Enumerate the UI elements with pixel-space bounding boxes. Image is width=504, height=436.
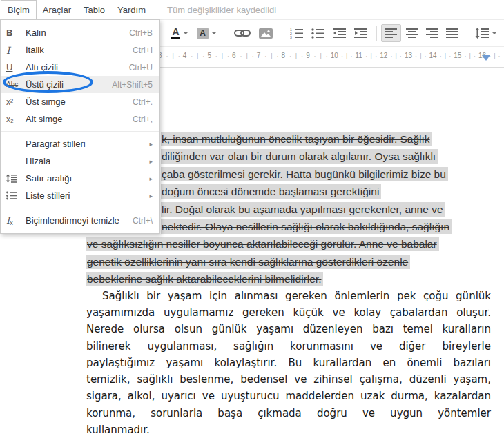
- selected-strikethrough-line[interactable]: nektedir. Olaya nesillerin sağlığı olara…: [161, 219, 452, 234]
- menu-separator: [1, 131, 159, 132]
- increase-indent-button[interactable]: [351, 24, 371, 42]
- toolbar-separator: [226, 26, 226, 41]
- menu-item-alt-simge[interactable]: x₂ Alt simge Ctrl+,: [1, 110, 159, 128]
- selected-strikethrough-line[interactable]: bebeklerine sağlık aktarabileceklerini b…: [86, 272, 323, 286]
- ruler-cell: 13·|·: [403, 52, 428, 59]
- strikethrough-icon: Abc: [6, 81, 26, 88]
- menu-item-bicimlendirmeyi-temizle[interactable]: Ix Biçimlendirmeyi temizle Ctrl+\: [1, 212, 159, 229]
- ruler-tick: ·: [264, 52, 266, 59]
- paragraph-line[interactable]: temizlik, sağlıklı beslenme, bedensel ve…: [86, 371, 491, 388]
- ruler-tick: |: [320, 52, 322, 59]
- paragraph-line[interactable]: yaşamımızda uygulamamız gereken küçük ve…: [86, 304, 491, 321]
- ruler-tick: ·: [449, 52, 451, 59]
- ruler-cell: 4·|·: [182, 52, 206, 59]
- insert-link-button[interactable]: [231, 24, 254, 42]
- ruler-number: 10: [331, 52, 338, 59]
- ruler-tick: ·: [240, 52, 242, 59]
- ruler-cell: 15·|·: [452, 52, 477, 59]
- selected-strikethrough-line[interactable]: diliğinden var olan bir durum olarak alg…: [161, 149, 438, 164]
- ruler-tick: |: [420, 52, 421, 59]
- ruler-tick: ·: [425, 52, 427, 59]
- ruler-tick: ·: [202, 52, 204, 59]
- text-color-icon: A: [171, 28, 180, 39]
- submenu-arrow-icon: ▸: [149, 141, 153, 148]
- numbered-list-icon: 1 2 3: [290, 28, 303, 39]
- decrease-indent-button[interactable]: [329, 24, 349, 42]
- underline-icon: U: [6, 62, 26, 72]
- ruler-tick: |: [172, 52, 173, 59]
- paragraph-line[interactable]: bilinerek uygulanması, sağlığın korunmas…: [86, 338, 491, 355]
- ruler-tick: ·: [415, 52, 417, 59]
- menu-araclar[interactable]: Araçlar: [37, 0, 77, 19]
- chevron-down-icon: [211, 32, 217, 34]
- selected-strikethrough-line[interactable]: çaba gösterilmesi gerekir. Hatta bugünkü…: [161, 167, 448, 181]
- ruler-cell: 8·|·: [280, 52, 304, 59]
- align-center-button[interactable]: [403, 24, 421, 42]
- menu-bicim[interactable]: Biçim: [1, 0, 37, 19]
- menu-item-paragraf-stilleri[interactable]: Paragraf stilleri ▸: [1, 135, 159, 152]
- ruler-tick: ·: [289, 52, 291, 59]
- paragraph-line[interactable]: korunma, sorunlarla başa çıkmada doğru v…: [86, 405, 491, 422]
- chevron-down-icon: [183, 32, 188, 34]
- indent-icon: [354, 28, 367, 39]
- selected-strikethrough-line[interactable]: genetik özelliklerinin yanı sıra kendi s…: [86, 255, 410, 269]
- ruler-number: 5: [207, 52, 211, 59]
- ruler-tick: |: [445, 52, 446, 59]
- indent-marker[interactable]: [482, 55, 490, 61]
- align-left-button[interactable]: [381, 24, 401, 42]
- paragraph-line[interactable]: Sağlıklı bir yaşam için alınması gereken…: [86, 288, 491, 304]
- menu-item-ust-simge[interactable]: x² Üst simge Ctrl+.: [1, 93, 159, 110]
- ruler-number: 7: [257, 52, 261, 59]
- numbered-list-button[interactable]: 1 2 3: [287, 24, 307, 42]
- ruler-tick: ·: [276, 52, 278, 59]
- ruler-tick: |: [295, 52, 297, 59]
- menu-item-hizala[interactable]: Hizala ▸: [1, 152, 159, 170]
- outdent-icon: [333, 28, 346, 39]
- line-spacing-button[interactable]: [472, 24, 501, 42]
- paragraph-line[interactable]: Nerede olursa olsun günlük yaşamı düzenl…: [86, 321, 491, 337]
- ruler-tick: ·: [390, 52, 392, 59]
- menu-yardim[interactable]: Yardım: [111, 0, 152, 19]
- chevron-down-icon: [492, 32, 497, 34]
- ruler-number: 13: [405, 52, 412, 59]
- paragraph-line[interactable]: kullanmadır.: [86, 422, 491, 436]
- selected-strikethrough-line[interactable]: lir. Doğal olarak bu aşamada yapılması g…: [161, 202, 445, 217]
- menu-item-liste-stilleri[interactable]: Liste stilleri ▸: [1, 187, 159, 204]
- ruler-tick: ·: [314, 52, 316, 59]
- submenu-arrow-icon: ▸: [149, 192, 153, 199]
- ruler-tick: |: [346, 52, 347, 59]
- ruler-number: 12: [380, 52, 387, 59]
- ruler-tick: |: [469, 52, 471, 59]
- menu-item-alti-cizili[interactable]: U Altı çizili Ctrl+U: [1, 59, 159, 76]
- justify-button[interactable]: [443, 24, 461, 42]
- ruler-tick: ·: [365, 52, 367, 59]
- menu-item-italik[interactable]: I İtalik Ctrl+I: [1, 41, 159, 59]
- selected-strikethrough-line[interactable]: doğum öncesi dönemde başlaması gerektiği…: [161, 184, 381, 199]
- menu-item-kalin[interactable]: B Kalın Ctrl+B: [1, 24, 159, 41]
- highlight-color-button[interactable]: A: [193, 24, 220, 42]
- submenu-arrow-icon: ▸: [149, 175, 153, 182]
- paragraph-line[interactable]: paylaştığımız yaşamı kolaylaştırır. Bu k…: [86, 355, 491, 371]
- toolbar-separator: [376, 26, 377, 41]
- menu-item-satir-araligi[interactable]: Satır aralığı ▸: [1, 170, 159, 187]
- ruler-ticks: 3·|·4·|·5·|·6·|·7·|·8·|·9·|·10·|·11·|·12…: [157, 52, 502, 59]
- ruler-number: 15: [454, 52, 461, 59]
- align-right-button[interactable]: [423, 24, 441, 42]
- bulleted-list-button[interactable]: [308, 24, 328, 42]
- menu-tablo[interactable]: Tablo: [77, 0, 111, 19]
- subscript-icon: x₂: [6, 115, 26, 124]
- menu-item-ustu-cizili[interactable]: Abc Üstü çizili Alt+Shift+5: [1, 76, 159, 93]
- ruler-tick: |: [371, 52, 372, 59]
- ruler-tick: ·: [252, 52, 254, 59]
- align-left-icon: [385, 28, 397, 39]
- ruler-number: 11: [356, 52, 362, 59]
- text-color-button[interactable]: A: [168, 24, 192, 42]
- superscript-icon: x²: [6, 97, 26, 107]
- bold-icon: B: [6, 28, 26, 38]
- selected-strikethrough-line[interactable]: k, insan mutluluğunun öncelik taşıyan bi…: [161, 132, 432, 146]
- paragraph-line[interactable]: sigara, alkol, uyarıcı ve uyuşturucu mad…: [86, 388, 491, 404]
- ruler-tick: ·: [474, 52, 476, 59]
- selected-strikethrough-line[interactable]: ve sağlıksızlığın nesiller boyunca aktar…: [86, 237, 439, 251]
- insert-image-button[interactable]: [255, 24, 276, 42]
- ruler-tick: ·: [326, 52, 328, 59]
